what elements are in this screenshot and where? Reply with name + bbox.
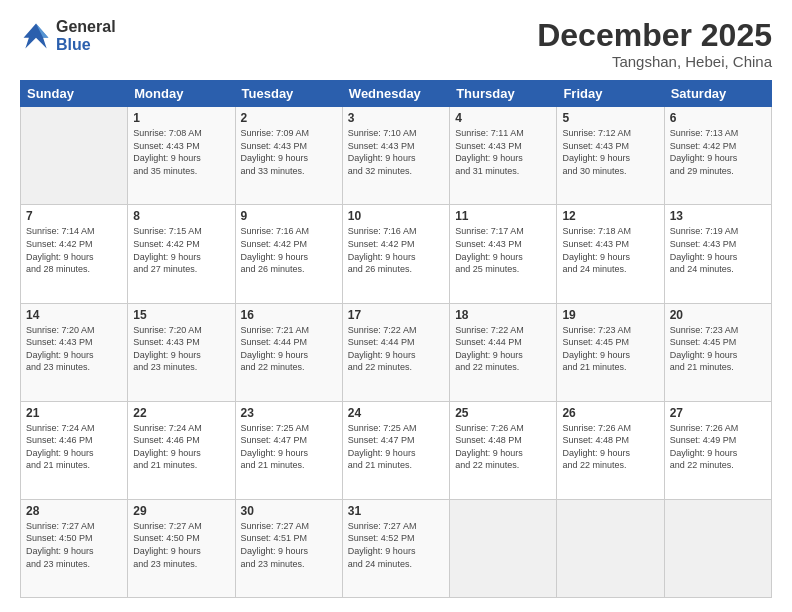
calendar-cell: 2Sunrise: 7:09 AMSunset: 4:43 PMDaylight… — [235, 107, 342, 205]
logo-general: General — [56, 18, 116, 36]
cell-info: Sunrise: 7:26 AMSunset: 4:48 PMDaylight:… — [562, 422, 658, 472]
cell-info: Sunrise: 7:27 AMSunset: 4:50 PMDaylight:… — [26, 520, 122, 570]
calendar-cell: 30Sunrise: 7:27 AMSunset: 4:51 PMDayligh… — [235, 499, 342, 597]
subtitle: Tangshan, Hebei, China — [537, 53, 772, 70]
calendar-cell: 26Sunrise: 7:26 AMSunset: 4:48 PMDayligh… — [557, 401, 664, 499]
weekday-header-saturday: Saturday — [664, 81, 771, 107]
cell-info: Sunrise: 7:10 AMSunset: 4:43 PMDaylight:… — [348, 127, 444, 177]
cell-info: Sunrise: 7:25 AMSunset: 4:47 PMDaylight:… — [241, 422, 337, 472]
calendar-cell — [557, 499, 664, 597]
cell-info: Sunrise: 7:23 AMSunset: 4:45 PMDaylight:… — [562, 324, 658, 374]
day-number: 4 — [455, 111, 551, 125]
calendar-cell: 27Sunrise: 7:26 AMSunset: 4:49 PMDayligh… — [664, 401, 771, 499]
day-number: 11 — [455, 209, 551, 223]
day-number: 24 — [348, 406, 444, 420]
cell-info: Sunrise: 7:13 AMSunset: 4:42 PMDaylight:… — [670, 127, 766, 177]
cell-info: Sunrise: 7:24 AMSunset: 4:46 PMDaylight:… — [133, 422, 229, 472]
day-number: 6 — [670, 111, 766, 125]
week-row-1: 7Sunrise: 7:14 AMSunset: 4:42 PMDaylight… — [21, 205, 772, 303]
calendar-cell: 16Sunrise: 7:21 AMSunset: 4:44 PMDayligh… — [235, 303, 342, 401]
day-number: 31 — [348, 504, 444, 518]
day-number: 26 — [562, 406, 658, 420]
header: General Blue December 2025 Tangshan, Heb… — [20, 18, 772, 70]
calendar-cell: 24Sunrise: 7:25 AMSunset: 4:47 PMDayligh… — [342, 401, 449, 499]
day-number: 30 — [241, 504, 337, 518]
page: General Blue December 2025 Tangshan, Heb… — [0, 0, 792, 612]
day-number: 5 — [562, 111, 658, 125]
calendar-cell — [21, 107, 128, 205]
weekday-header-sunday: Sunday — [21, 81, 128, 107]
cell-info: Sunrise: 7:18 AMSunset: 4:43 PMDaylight:… — [562, 225, 658, 275]
calendar-cell: 11Sunrise: 7:17 AMSunset: 4:43 PMDayligh… — [450, 205, 557, 303]
calendar-cell: 28Sunrise: 7:27 AMSunset: 4:50 PMDayligh… — [21, 499, 128, 597]
day-number: 16 — [241, 308, 337, 322]
weekday-header-monday: Monday — [128, 81, 235, 107]
day-number: 25 — [455, 406, 551, 420]
cell-info: Sunrise: 7:24 AMSunset: 4:46 PMDaylight:… — [26, 422, 122, 472]
day-number: 20 — [670, 308, 766, 322]
day-number: 28 — [26, 504, 122, 518]
cell-info: Sunrise: 7:19 AMSunset: 4:43 PMDaylight:… — [670, 225, 766, 275]
calendar-cell — [664, 499, 771, 597]
cell-info: Sunrise: 7:16 AMSunset: 4:42 PMDaylight:… — [241, 225, 337, 275]
calendar-cell: 18Sunrise: 7:22 AMSunset: 4:44 PMDayligh… — [450, 303, 557, 401]
calendar-cell: 5Sunrise: 7:12 AMSunset: 4:43 PMDaylight… — [557, 107, 664, 205]
cell-info: Sunrise: 7:27 AMSunset: 4:50 PMDaylight:… — [133, 520, 229, 570]
day-number: 22 — [133, 406, 229, 420]
calendar-cell: 19Sunrise: 7:23 AMSunset: 4:45 PMDayligh… — [557, 303, 664, 401]
week-row-4: 28Sunrise: 7:27 AMSunset: 4:50 PMDayligh… — [21, 499, 772, 597]
cell-info: Sunrise: 7:21 AMSunset: 4:44 PMDaylight:… — [241, 324, 337, 374]
cell-info: Sunrise: 7:25 AMSunset: 4:47 PMDaylight:… — [348, 422, 444, 472]
day-number: 29 — [133, 504, 229, 518]
week-row-2: 14Sunrise: 7:20 AMSunset: 4:43 PMDayligh… — [21, 303, 772, 401]
cell-info: Sunrise: 7:22 AMSunset: 4:44 PMDaylight:… — [348, 324, 444, 374]
calendar-cell: 1Sunrise: 7:08 AMSunset: 4:43 PMDaylight… — [128, 107, 235, 205]
week-row-3: 21Sunrise: 7:24 AMSunset: 4:46 PMDayligh… — [21, 401, 772, 499]
weekday-header-friday: Friday — [557, 81, 664, 107]
logo-icon — [20, 20, 52, 52]
calendar-cell: 21Sunrise: 7:24 AMSunset: 4:46 PMDayligh… — [21, 401, 128, 499]
day-number: 14 — [26, 308, 122, 322]
calendar-table: SundayMondayTuesdayWednesdayThursdayFrid… — [20, 80, 772, 598]
calendar-cell: 31Sunrise: 7:27 AMSunset: 4:52 PMDayligh… — [342, 499, 449, 597]
calendar-cell: 20Sunrise: 7:23 AMSunset: 4:45 PMDayligh… — [664, 303, 771, 401]
calendar-cell: 25Sunrise: 7:26 AMSunset: 4:48 PMDayligh… — [450, 401, 557, 499]
title-block: December 2025 Tangshan, Hebei, China — [537, 18, 772, 70]
weekday-header-wednesday: Wednesday — [342, 81, 449, 107]
day-number: 9 — [241, 209, 337, 223]
cell-info: Sunrise: 7:22 AMSunset: 4:44 PMDaylight:… — [455, 324, 551, 374]
day-number: 1 — [133, 111, 229, 125]
calendar-cell: 9Sunrise: 7:16 AMSunset: 4:42 PMDaylight… — [235, 205, 342, 303]
cell-info: Sunrise: 7:26 AMSunset: 4:48 PMDaylight:… — [455, 422, 551, 472]
calendar-cell — [450, 499, 557, 597]
day-number: 23 — [241, 406, 337, 420]
day-number: 17 — [348, 308, 444, 322]
calendar-cell: 12Sunrise: 7:18 AMSunset: 4:43 PMDayligh… — [557, 205, 664, 303]
calendar-cell: 17Sunrise: 7:22 AMSunset: 4:44 PMDayligh… — [342, 303, 449, 401]
day-number: 2 — [241, 111, 337, 125]
calendar-cell: 14Sunrise: 7:20 AMSunset: 4:43 PMDayligh… — [21, 303, 128, 401]
cell-info: Sunrise: 7:17 AMSunset: 4:43 PMDaylight:… — [455, 225, 551, 275]
day-number: 27 — [670, 406, 766, 420]
main-title: December 2025 — [537, 18, 772, 53]
calendar-cell: 8Sunrise: 7:15 AMSunset: 4:42 PMDaylight… — [128, 205, 235, 303]
calendar-cell: 29Sunrise: 7:27 AMSunset: 4:50 PMDayligh… — [128, 499, 235, 597]
day-number: 3 — [348, 111, 444, 125]
day-number: 7 — [26, 209, 122, 223]
cell-info: Sunrise: 7:23 AMSunset: 4:45 PMDaylight:… — [670, 324, 766, 374]
cell-info: Sunrise: 7:09 AMSunset: 4:43 PMDaylight:… — [241, 127, 337, 177]
day-number: 19 — [562, 308, 658, 322]
logo-text: General Blue — [56, 18, 116, 53]
calendar-cell: 4Sunrise: 7:11 AMSunset: 4:43 PMDaylight… — [450, 107, 557, 205]
calendar-cell: 23Sunrise: 7:25 AMSunset: 4:47 PMDayligh… — [235, 401, 342, 499]
day-number: 18 — [455, 308, 551, 322]
logo: General Blue — [20, 18, 116, 53]
day-number: 12 — [562, 209, 658, 223]
cell-info: Sunrise: 7:27 AMSunset: 4:52 PMDaylight:… — [348, 520, 444, 570]
cell-info: Sunrise: 7:20 AMSunset: 4:43 PMDaylight:… — [133, 324, 229, 374]
day-number: 8 — [133, 209, 229, 223]
cell-info: Sunrise: 7:11 AMSunset: 4:43 PMDaylight:… — [455, 127, 551, 177]
calendar-cell: 15Sunrise: 7:20 AMSunset: 4:43 PMDayligh… — [128, 303, 235, 401]
calendar-cell: 7Sunrise: 7:14 AMSunset: 4:42 PMDaylight… — [21, 205, 128, 303]
cell-info: Sunrise: 7:08 AMSunset: 4:43 PMDaylight:… — [133, 127, 229, 177]
